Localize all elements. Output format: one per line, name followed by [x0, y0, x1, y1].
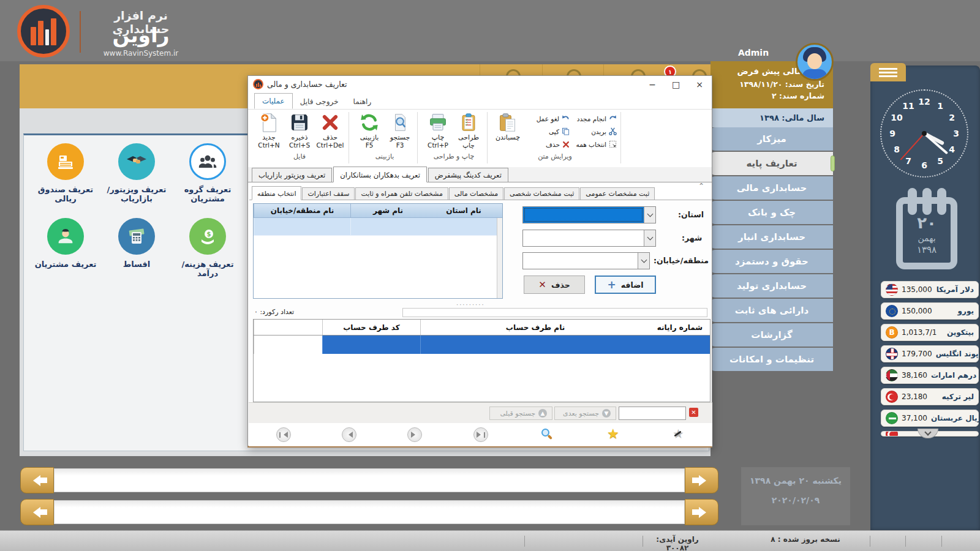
menu-tab-file-export[interactable]: خروجی فایل: [293, 94, 346, 109]
previous-record-button[interactable]: [342, 427, 356, 442]
search-records-button[interactable]: [540, 428, 553, 441]
add-button[interactable]: اضافه+: [595, 276, 656, 294]
splitter-handle[interactable]: ·········: [456, 301, 485, 308]
sidebar-item-inventory-accounting[interactable]: حسابداری انبار: [710, 225, 833, 249]
shortcut-cash-register[interactable]: تعریف صندوق ریالی: [30, 143, 101, 203]
currency-value: 1,013,7/1: [902, 328, 937, 337]
sidebar-item-fixed-assets[interactable]: دارائی های ثابت: [710, 299, 833, 322]
record-navigator: ★ ★: [249, 423, 712, 446]
shortcut-customer-group[interactable]: تعریف گروه مشتریان: [172, 143, 243, 203]
tab-visitor-definition[interactable]: تعریف ویزیتور بازاریاب: [252, 168, 332, 182]
region-table-selected-row[interactable]: [254, 218, 502, 236]
account-table-selected-row[interactable]: [254, 335, 710, 354]
currency-value: 135,000: [902, 285, 932, 294]
copy-button[interactable]: کپی: [525, 125, 570, 138]
customize-button[interactable]: ★: [673, 427, 980, 441]
account-table[interactable]: کد طرف حساب نام طرف حساب شماره رایانه: [253, 319, 710, 402]
first-record-button[interactable]: [276, 427, 291, 442]
search-button[interactable]: جستجو F3: [385, 111, 415, 149]
currency-card-sar[interactable]: 37,100 ریال عربستان: [881, 410, 979, 427]
combo-arrow-icon[interactable]: [638, 253, 649, 269]
currency-card-try[interactable]: 23,180 لیر ترکیه: [881, 388, 979, 405]
combo-arrow-icon[interactable]: [644, 207, 655, 223]
sidebar-item-reports[interactable]: گزارشات: [710, 323, 833, 347]
version-label: نسخه بروز شده : ۸: [760, 535, 851, 544]
subtab-phones[interactable]: مشخصات تلفن همراه و ثابت: [355, 187, 448, 200]
grid-search-bar: ▲ جستجو قبلی ▼ جستجو بعدی ✕: [249, 402, 712, 423]
combo-arrow-icon[interactable]: [644, 230, 655, 246]
maximize-button[interactable]: □: [672, 80, 680, 89]
ticker2-scroll-right-button[interactable]: [685, 499, 718, 525]
cut-button[interactable]: بریدن: [572, 125, 617, 138]
clock-number: 7: [905, 156, 911, 166]
subtab-credit-limits[interactable]: سقف اعتبارات: [302, 187, 355, 200]
menu-tab-help[interactable]: راهنما: [346, 94, 379, 109]
ticker2-scroll-left-button[interactable]: [20, 499, 54, 525]
sidebar-item-cheque-bank[interactable]: چک و بانک: [710, 201, 833, 224]
print-button[interactable]: چاپ Ctrl+P: [423, 111, 453, 149]
ticker1-scroll-left-button[interactable]: [20, 467, 54, 493]
sidebar-item-settings[interactable]: تنظیمات و امکانات: [710, 348, 833, 371]
redo-button[interactable]: انجام مجدد: [572, 112, 617, 125]
dialog-titlebar[interactable]: تعاریف حسابداری و مالی − □ ×: [248, 76, 712, 92]
filter-strip: [402, 308, 707, 317]
avatar[interactable]: [796, 43, 834, 81]
col-region-street: نام منطقه/خیابان: [254, 204, 350, 217]
menu-tab-operations[interactable]: عملیات: [254, 93, 293, 109]
sidebar-item-dashboard[interactable]: میزکار: [710, 127, 833, 151]
close-button[interactable]: ×: [696, 80, 703, 89]
delete-button[interactable]: حذف Ctrl+Del: [315, 111, 345, 149]
paste-button[interactable]: چسباندن: [492, 111, 524, 141]
subtab-general-info[interactable]: ثبت مشخصات عمومی: [580, 187, 655, 200]
province-combobox[interactable]: [522, 206, 656, 223]
next-record-button[interactable]: [407, 427, 422, 442]
currency-card-eur[interactable]: 150,000 یورو: [881, 302, 979, 320]
new-button[interactable]: جدید Ctrl+N: [254, 111, 284, 149]
date-panel: یکشنبه ۲۰ بهمن ۱۳۹۸ ۲۰۲۰/۰۲/۰۹: [741, 467, 850, 525]
last-record-button[interactable]: [473, 427, 488, 442]
col-city: نام شهر: [350, 204, 425, 217]
shortcut-installments[interactable]: اقساط: [101, 218, 172, 269]
delete-text-button[interactable]: حذف: [525, 138, 570, 151]
favorite-button[interactable]: ★: [607, 427, 619, 441]
region-table[interactable]: نام منطقه/خیابان نام شهر نام استان: [253, 203, 503, 299]
sidebar-item-base-definitions[interactable]: تعاریف پایه: [710, 152, 833, 175]
region-table-scrollbar[interactable]: [497, 218, 502, 298]
region-street-label: منطقه/خیابان:: [654, 256, 710, 265]
currency-card-gbp[interactable]: 179,700 پوند انگلیس: [881, 345, 979, 362]
minimize-button[interactable]: −: [649, 80, 656, 89]
sidebar-item-production-accounting[interactable]: حسابداری تولید: [710, 274, 833, 298]
currency-value: 179,700: [902, 350, 932, 358]
select-all-button[interactable]: انتخاب همه: [572, 138, 617, 151]
shortcut-income-expense[interactable]: $ تعریف هزینه/درآمد: [172, 218, 243, 278]
app-title: راوین: [86, 23, 196, 47]
currency-name: درهم امارات: [931, 371, 976, 380]
remove-button[interactable]: حذف✕: [524, 276, 585, 294]
subtab-financial-info[interactable]: مشخصات مالی: [449, 187, 503, 200]
shortcut-visitor[interactable]: تعریف ویزیتور/بازاریاب: [101, 143, 172, 203]
ticker1-scroll-right-button[interactable]: [685, 467, 718, 493]
currency-card-usd[interactable]: 135,000 دلار آمریکا: [881, 281, 979, 298]
tab-default-coding[interactable]: تعریف کدینگ پیشفرض: [428, 168, 508, 182]
eu-flag-icon: [886, 305, 898, 317]
save-button[interactable]: ذخیره Ctrl+S: [285, 111, 314, 149]
close-search-icon[interactable]: ✕: [689, 408, 698, 417]
print-design-button[interactable]: طراحی چاپ: [454, 111, 483, 149]
subtab-personal-info[interactable]: ثبت مشخصات شخصی: [504, 187, 579, 200]
shortcut-customers[interactable]: تعریف مشتریان: [30, 218, 101, 269]
undo-button[interactable]: لغو عمل: [525, 112, 570, 125]
currency-card-btc[interactable]: B 1,013,7/1 بیتکوین: [881, 324, 979, 341]
search-previous-button[interactable]: ▲ جستجو قبلی: [489, 407, 552, 420]
clock-number: 4: [949, 144, 955, 154]
currency-card-aed[interactable]: 38,160 درهم امارات: [881, 367, 979, 384]
region-combobox[interactable]: [522, 252, 650, 269]
search-next-button[interactable]: ▼ جستجو بعدی: [554, 407, 616, 420]
grid-search-input[interactable]: [619, 407, 686, 420]
widget-panel-menu-tab[interactable]: [870, 63, 906, 81]
subtab-region-select[interactable]: انتخاب منطقه: [252, 186, 301, 200]
tab-debtors-creditors[interactable]: تعریف بدهکاران بستانکاران: [333, 167, 427, 182]
city-combobox[interactable]: [522, 230, 656, 247]
sidebar-item-payroll[interactable]: حقوق و دستمزد: [710, 250, 833, 273]
sidebar-item-financial-accounting[interactable]: حسابداری مالی: [710, 176, 833, 200]
refresh-button[interactable]: بازبینی F5: [355, 111, 384, 149]
